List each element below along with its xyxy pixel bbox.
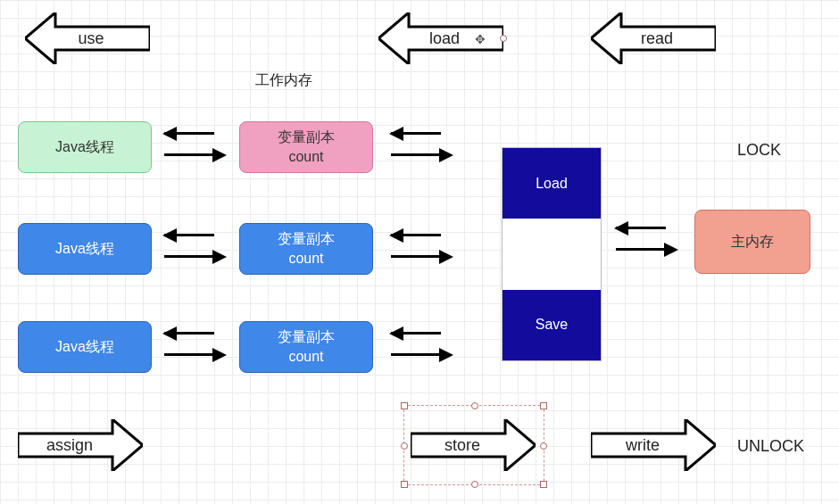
copy-label: 变量副本 count bbox=[278, 128, 335, 168]
copy-box-2: 变量副本 count bbox=[239, 223, 373, 275]
arrow-use: use bbox=[25, 12, 150, 64]
copy-label: 变量副本 count bbox=[278, 229, 335, 269]
arrow-pair-thread3-copy bbox=[164, 328, 228, 364]
thread-label: Java线程 bbox=[55, 239, 114, 259]
arrow-store[interactable]: store bbox=[411, 419, 536, 471]
unlock-label: UNLOCK bbox=[737, 437, 804, 456]
arrow-pair-thread1-copy bbox=[164, 128, 228, 164]
arrow-pair-copy2-stack bbox=[391, 230, 455, 266]
thread-box-3: Java线程 bbox=[18, 321, 152, 373]
arrow-store-label: store bbox=[444, 436, 480, 454]
stack-save-label: Save bbox=[536, 317, 568, 333]
arrow-write-label: write bbox=[625, 436, 660, 454]
copy-label: 变量副本 count bbox=[278, 327, 335, 368]
load-save-stack: Load Save bbox=[502, 147, 602, 361]
stack-load-cell: Load bbox=[503, 148, 601, 219]
section-title: 工作内存 bbox=[255, 71, 312, 90]
arrow-pair-copy1-stack bbox=[391, 128, 455, 164]
thread-label: Java线程 bbox=[55, 137, 114, 157]
copy-box-3: 变量副本 count bbox=[239, 321, 373, 373]
arrow-write: write bbox=[591, 419, 716, 471]
stack-save-cell: Save bbox=[503, 290, 601, 360]
arrow-assign: assign bbox=[18, 419, 143, 471]
move-cursor-icon: ✥ bbox=[475, 32, 486, 46]
copy-box-1: 变量副本 count bbox=[239, 121, 373, 173]
stack-load-label: Load bbox=[536, 176, 568, 192]
thread-box-1: Java线程 bbox=[18, 121, 152, 173]
arrow-assign-label: assign bbox=[46, 436, 93, 454]
main-memory-label: 主内存 bbox=[731, 232, 774, 252]
stack-mid-cell bbox=[503, 219, 601, 289]
arrow-read: read bbox=[591, 12, 716, 64]
arrow-use-label: use bbox=[78, 29, 104, 47]
thread-box-2: Java线程 bbox=[18, 223, 152, 275]
arrow-pair-thread2-copy bbox=[164, 230, 228, 266]
main-memory-box: 主内存 bbox=[694, 210, 810, 274]
arrow-read-label: read bbox=[641, 29, 673, 47]
lock-label: LOCK bbox=[737, 141, 781, 160]
thread-label: Java线程 bbox=[55, 337, 114, 357]
arrow-pair-stack-mainmem bbox=[616, 223, 680, 259]
selection-handle-load[interactable] bbox=[500, 35, 507, 42]
arrow-load-label: load bbox=[429, 29, 460, 47]
arrow-pair-copy3-stack bbox=[391, 328, 455, 364]
arrow-load[interactable]: load ✥ bbox=[378, 12, 503, 64]
